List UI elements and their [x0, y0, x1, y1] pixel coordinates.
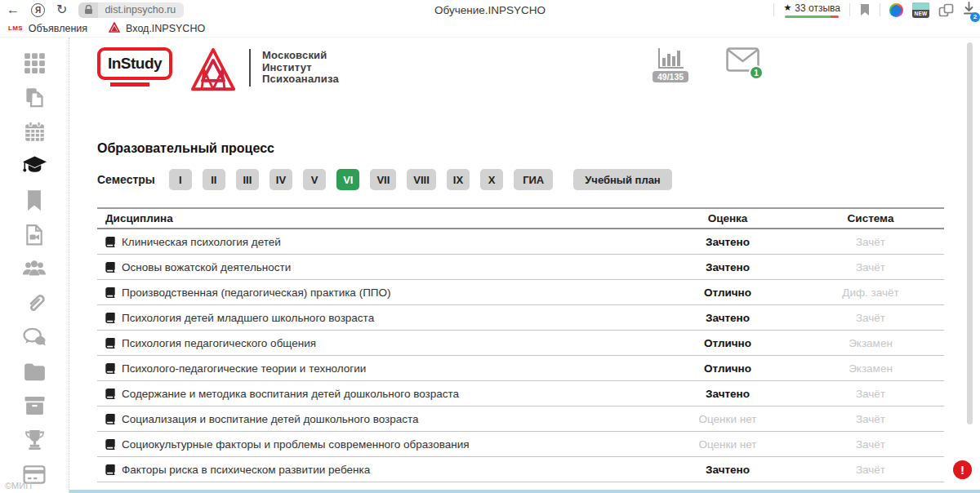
scrollbar-thumb[interactable] [967, 42, 973, 424]
system-cell: Зачёт [797, 236, 944, 248]
copyright: ©МИП [5, 481, 32, 491]
sidebar-item-media[interactable] [21, 222, 47, 246]
sidebar-item-dashboard[interactable] [21, 51, 47, 75]
system-cell: Диф. зачёт [797, 286, 944, 299]
sidebar-item-calendar[interactable] [21, 119, 47, 144]
video-file-icon [24, 224, 45, 246]
semester-button-gia[interactable]: ГИА [514, 169, 553, 190]
bookmark-login[interactable]: Вход.INPSYCHO [109, 22, 205, 35]
semester-button-2[interactable]: II [203, 169, 225, 190]
discipline-link[interactable]: Психология детей младшего школьного возр… [97, 312, 658, 324]
divider [880, 3, 880, 16]
sidebar-item-attachments[interactable] [21, 291, 47, 315]
discipline-link[interactable]: Факторы риска в психическом развитии реб… [97, 464, 658, 476]
downloads-icon[interactable]: 2 [963, 2, 975, 19]
system-cell: Зачёт [797, 261, 944, 273]
main-area: ©МИП InStudy Московский Институт Психоан… [0, 38, 980, 493]
address-bar[interactable]: dist.inpsycho.ru [78, 2, 184, 18]
table-header: Дисциплина Оценка Система [97, 207, 944, 229]
sidebar-item-archive[interactable] [21, 393, 47, 418]
lock-icon[interactable] [78, 2, 98, 18]
sidebar-item-files[interactable] [21, 359, 47, 384]
reviews-count: 33 отзыва [795, 2, 840, 14]
yandex-browser-icon[interactable]: Я [31, 3, 45, 17]
browser-chrome: ← Я ↻ dist.inpsycho.ru Обучение.INPSYCHO… [0, 0, 980, 20]
sidebar-item-achievements[interactable] [21, 428, 47, 452]
disciplines-table: Дисциплина Оценка Система Клиническая пс… [97, 207, 944, 482]
downloads-badge: 2 [970, 12, 980, 22]
discipline-link[interactable]: Социализация и воспитание детей дошкольн… [97, 413, 658, 425]
book-icon [105, 363, 115, 374]
table-row: Производственная (педагогическая) практи… [97, 280, 944, 305]
sidebar-item-education[interactable] [21, 153, 47, 178]
semester-button-9[interactable]: IX [447, 169, 470, 190]
refresh-icon[interactable]: ↻ [56, 3, 67, 16]
star-icon: ★ [783, 2, 791, 13]
semester-button-7[interactable]: VII [370, 169, 396, 190]
bookmarks-bar: LMS Объявления Вход.INPSYCHO [0, 20, 980, 38]
mail-badge: 1 [749, 65, 764, 80]
new-extension-icon[interactable]: NEW [912, 2, 929, 18]
divider [249, 49, 251, 87]
book-icon [105, 464, 115, 475]
semester-button-3[interactable]: III [236, 169, 259, 190]
book-icon [105, 313, 115, 323]
semester-button-8[interactable]: VIII [407, 169, 436, 190]
discipline-link[interactable]: Психолого-педагогические теории и технол… [97, 362, 658, 375]
system-cell: Зачёт [797, 438, 944, 451]
table-row: Психология детей младшего школьного возр… [97, 305, 944, 331]
discipline-link[interactable]: Клиническая психология детей [97, 236, 658, 248]
grade-cell: Зачтено [658, 261, 797, 273]
graduation-cap-icon [22, 155, 47, 176]
sidebar-item-messages[interactable] [21, 325, 47, 349]
grid-icon [24, 52, 46, 74]
discipline-link[interactable]: Содержание и методика воспитания детей д… [97, 388, 658, 400]
lms-favicon: LMS [8, 24, 23, 32]
institute-name: Московский Институт Психоанализа [262, 47, 339, 86]
bar-chart-icon [656, 47, 685, 70]
system-cell: Экзамен [797, 362, 944, 375]
semester-button-10[interactable]: X [480, 169, 503, 190]
site-header: InStudy Московский Институт Психоанализа… [97, 47, 980, 95]
content: InStudy Московский Институт Психоанализа… [70, 38, 980, 493]
sidebar-item-bookmarks[interactable] [21, 188, 47, 212]
table-row: Содержание и методика воспитания детей д… [97, 381, 944, 406]
collections-icon[interactable] [938, 3, 954, 17]
semester-button-6-active[interactable]: VI [336, 169, 359, 190]
semester-button-5[interactable]: V [303, 169, 326, 190]
curriculum-plan-button[interactable]: Учебный план [573, 169, 671, 190]
site-reviews[interactable]: ★ 33 отзыва [783, 2, 840, 18]
discipline-link[interactable]: Социокультурные факторы и проблемы совре… [97, 438, 658, 451]
grade-cell: Зачтено [658, 464, 797, 476]
book-icon [105, 262, 115, 273]
bookmark-announcements[interactable]: LMS Объявления [8, 23, 87, 34]
semester-button-1[interactable]: I [169, 169, 192, 190]
table-row: Социализация и воспитание детей дошкольн… [97, 406, 944, 432]
sidebar-item-community[interactable] [21, 256, 47, 281]
bookmark-flag-icon[interactable] [859, 3, 871, 16]
mail-button[interactable]: 1 [726, 47, 760, 75]
system-cell: Зачёт [797, 312, 944, 324]
semester-button-4[interactable]: IV [270, 169, 292, 190]
back-icon[interactable]: ← [7, 3, 20, 16]
system-cell: Зачёт [797, 464, 944, 476]
grade-cell: Оценки нет [658, 413, 797, 425]
alert-icon[interactable]: ! [953, 460, 972, 479]
sidebar-item-documents[interactable] [21, 85, 47, 109]
semester-selector: Семестры I II III IV V VI VII VIII IX X … [97, 169, 980, 190]
progress-badge: 49/135 [653, 71, 688, 82]
book-icon [105, 338, 115, 349]
semesters-label: Семестры [97, 173, 155, 186]
book-icon [105, 287, 115, 298]
progress-chart-button[interactable]: 49/135 [653, 47, 688, 82]
discipline-link[interactable]: Психология педагогического общения [97, 337, 658, 349]
discipline-link[interactable]: Производственная (педагогическая) практи… [97, 286, 658, 299]
instudy-logo[interactable]: InStudy [97, 47, 172, 87]
paperclip-icon [24, 292, 46, 314]
mip-favicon [109, 22, 120, 35]
extension-circle-icon[interactable] [889, 3, 903, 17]
mip-triangle-logo[interactable] [190, 47, 236, 95]
system-cell: Зачёт [797, 388, 944, 400]
discipline-link[interactable]: Основы вожатской деятельности [97, 261, 658, 273]
system-cell: Зачёт [797, 413, 944, 425]
